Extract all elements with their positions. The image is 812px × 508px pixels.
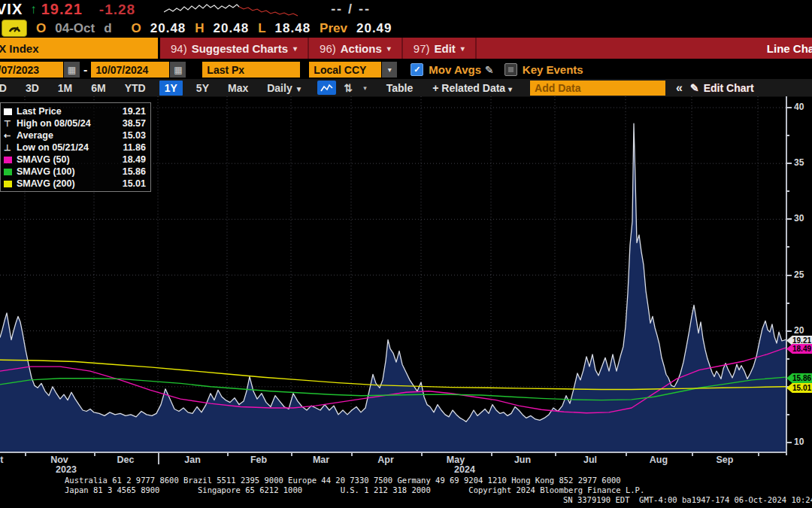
y-tick-label: 20 — [794, 325, 804, 336]
month-label: Sep — [717, 455, 734, 465]
price-chart[interactable]: 10152025303540 Last Price 19.21 ⊤ High o… — [0, 96, 812, 452]
y-minor-tick — [786, 303, 789, 304]
x-tick — [555, 452, 556, 456]
table-button[interactable]: Table — [386, 82, 414, 94]
line-chart-icon-button[interactable] — [317, 81, 336, 95]
currency-select[interactable]: Local CCY — [309, 62, 381, 78]
prev-label: Prev — [320, 21, 347, 36]
price-field-select[interactable]: Last Px — [202, 62, 300, 78]
edit-pencil-icon[interactable]: ✎ — [485, 64, 494, 76]
x-tick — [692, 452, 693, 456]
period-1m[interactable]: 1M — [53, 81, 77, 96]
price-tag: 15.01 — [786, 383, 812, 393]
terminal-footer: Australia 61 2 9777 8600 Brazil 5511 239… — [0, 476, 812, 508]
add-data-input[interactable] — [530, 81, 665, 96]
footer-session-info: SN 3379190 EDT GMT-4:00 ba1947-174 06-Oc… — [563, 495, 812, 504]
month-label: Jun — [514, 455, 531, 465]
high-value: 20.48 — [214, 21, 250, 36]
year-label: 2023 — [56, 464, 77, 475]
menu-edit[interactable]: 97) Edit ▾ — [403, 38, 477, 59]
ohlc-row: O 04-Oct d O 20.48 H 20.48 L 18.48 Prev … — [0, 19, 812, 38]
bloomberg-terminal-window: VIX ↑ 19.21 -1.28 -- / -- O 04-Oct d O 2… — [0, 0, 812, 508]
menu-actions[interactable]: 96) Actions ▾ — [309, 38, 403, 59]
x-tick — [158, 452, 159, 464]
x-tick — [291, 452, 292, 456]
prev-value: 20.49 — [356, 21, 392, 36]
period-3d[interactable]: 3D — [20, 81, 44, 96]
calendar-icon[interactable]: ▦ — [64, 62, 80, 78]
white-swatch-icon — [4, 108, 17, 115]
date-range-dash: - — [83, 63, 87, 77]
legend-smavg100[interactable]: SMAVG (100) 15.86 — [4, 166, 146, 178]
period-1y[interactable]: 1Y — [159, 81, 183, 96]
date-from-input[interactable]: 10/07/2023 — [0, 62, 63, 78]
y-tick — [786, 275, 792, 276]
chevron-down-icon: ▾ — [387, 44, 391, 53]
period-5y[interactable]: 5Y — [191, 81, 214, 96]
high-marker-icon: ⊤ — [4, 119, 17, 129]
compare-axes-icon[interactable]: ⇅ — [344, 82, 353, 94]
legend-average[interactable]: ⇠ Average 15.03 — [4, 129, 146, 141]
calendar-icon[interactable]: ▦ — [170, 62, 186, 78]
y-minor-tick — [786, 358, 789, 360]
x-tick — [421, 452, 423, 456]
gauge-icon[interactable] — [2, 20, 27, 37]
high-label: H — [195, 21, 204, 36]
month-label: Mar — [313, 455, 329, 465]
legend-last-price[interactable]: Last Price 19.21 — [4, 105, 146, 117]
period-max[interactable]: Max — [223, 81, 253, 96]
month-label: Oct — [0, 455, 3, 465]
legend-smavg50[interactable]: SMAVG (50) 18.49 — [4, 154, 146, 166]
period-toolbar: 1D 3D 1M 6M YTD 1Y 5Y Max Daily ▼ ⇅ ▾ Ta… — [0, 79, 812, 97]
y-tick — [786, 163, 792, 164]
y-tick-label: 10 — [794, 437, 804, 447]
chevron-down-icon: ▾ — [461, 44, 465, 53]
month-label: Feb — [250, 455, 267, 465]
x-tick — [351, 452, 353, 456]
chevron-down-icon: ▾ — [293, 44, 297, 53]
average-marker-icon: ⇠ — [4, 131, 17, 141]
chart-legend[interactable]: Last Price 19.21 ⊤ High on 08/05/24 38.5… — [0, 102, 151, 192]
security-field[interactable]: VIX Index — [0, 38, 160, 59]
y-minor-tick — [786, 246, 789, 248]
x-tick — [25, 452, 26, 456]
quote-row: VIX ↑ 19.21 -1.28 -- / -- — [0, 0, 812, 19]
open-value: 20.48 — [150, 21, 186, 36]
legend-high[interactable]: ⊤ High on 08/05/24 38.57 — [4, 117, 146, 129]
frequency-select[interactable]: Daily ▼ — [267, 82, 302, 94]
sparkline-segment — [239, 7, 298, 16]
x-tick — [491, 452, 492, 456]
price-tag: 18.49 — [786, 344, 812, 354]
x-tick — [227, 452, 229, 456]
magenta-swatch-icon — [4, 157, 17, 163]
key-events-checkbox[interactable] — [504, 63, 517, 76]
intraday-sparkline — [164, 1, 299, 18]
menu-bar: VIX Index 94) Suggested Charts ▾ 96) Act… — [0, 38, 812, 59]
menu-suggested-charts[interactable]: 94) Suggested Charts ▾ — [160, 38, 309, 59]
x-tick — [626, 452, 627, 456]
edit-chart-button[interactable]: ✎ Edit Chart — [690, 82, 754, 94]
y-tick-label: 35 — [794, 157, 804, 168]
open-tag: O — [36, 21, 46, 36]
low-marker-icon: ⊥ — [4, 143, 17, 153]
legend-smavg200[interactable]: SMAVG (200) 15.01 — [4, 178, 146, 190]
y-tick — [786, 442, 792, 443]
period-1d[interactable]: 1D — [0, 81, 12, 96]
chevron-down-icon[interactable]: ▾ — [363, 84, 367, 92]
mov-avgs-label: Mov Avgs — [429, 63, 481, 76]
chart-type-label: Line Chart — [767, 38, 812, 59]
low-value: 18.48 — [275, 21, 311, 36]
period-ytd[interactable]: YTD — [120, 81, 151, 96]
collapse-chevrons[interactable]: « — [676, 81, 683, 95]
chevron-down-icon[interactable]: ▾ — [382, 62, 397, 78]
pencil-icon: ✎ — [690, 82, 699, 94]
up-arrow-icon: ↑ — [30, 2, 37, 17]
month-label: May — [447, 455, 465, 465]
low-label: L — [258, 21, 265, 36]
legend-low[interactable]: ⊥ Low on 05/21/24 11.86 — [4, 141, 146, 154]
mov-avgs-checkbox[interactable]: ✓ — [411, 63, 423, 76]
month-label: Aug — [650, 455, 668, 465]
period-6m[interactable]: 6M — [86, 81, 111, 96]
date-to-input[interactable]: 10/07/2024 — [91, 62, 169, 78]
related-data-button[interactable]: + Related Data ▾ — [432, 82, 512, 94]
